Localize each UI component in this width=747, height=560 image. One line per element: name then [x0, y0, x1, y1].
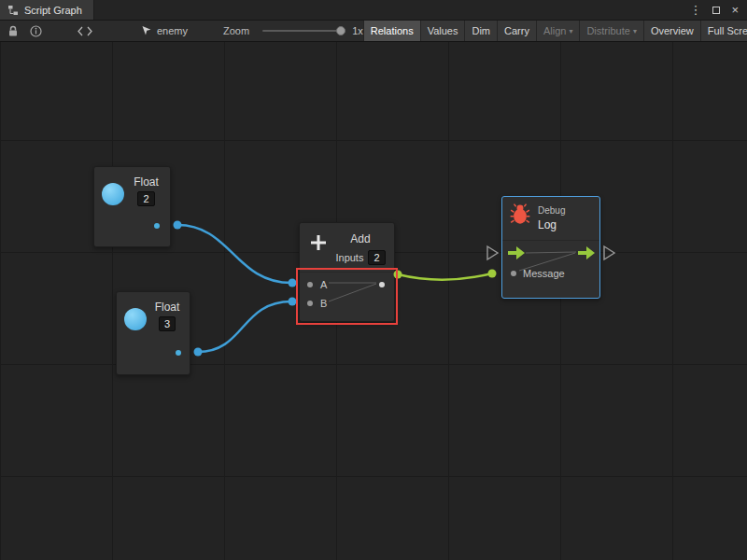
- maximize-icon[interactable]: [712, 7, 720, 14]
- node-title: Float: [155, 301, 180, 314]
- port-label: Message: [523, 268, 565, 279]
- result-output-port[interactable]: [379, 282, 385, 287]
- output-port[interactable]: [154, 223, 160, 229]
- divider: [502, 240, 599, 241]
- chevron-down-icon: ▾: [633, 27, 637, 35]
- window-controls: ⋮ ×: [689, 0, 747, 20]
- node-title: Float: [134, 175, 159, 189]
- close-icon[interactable]: ×: [731, 3, 739, 17]
- float-icon: [102, 183, 124, 205]
- toolbar-buttons: Relations Values Dim Carry Align ▾ Distr…: [363, 21, 747, 41]
- zoom-control: Zoom 1x: [223, 25, 363, 36]
- code-view-icon[interactable]: [72, 21, 98, 41]
- menu-icon[interactable]: ⋮: [689, 3, 701, 17]
- float-value-field[interactable]: 2: [137, 191, 154, 206]
- lock-icon[interactable]: [2, 21, 24, 41]
- input-port-b[interactable]: [307, 301, 313, 306]
- add-node[interactable]: Add Inputs 2 A B: [299, 222, 395, 322]
- bug-icon: [510, 203, 530, 229]
- graph-canvas[interactable]: Float 2 Float 3 Add Inputs 2: [0, 42, 747, 560]
- zoom-slider[interactable]: [262, 30, 345, 32]
- port-row-a: A: [300, 275, 394, 294]
- wire-endpoint: [488, 270, 497, 278]
- wire-endpoint: [289, 298, 297, 306]
- port-label: B: [320, 298, 327, 309]
- zoom-slider-knob[interactable]: [336, 26, 345, 35]
- wire-endpoint: [289, 279, 297, 287]
- carry-button[interactable]: Carry: [497, 21, 536, 41]
- control-input-port-triangle[interactable]: [487, 246, 498, 259]
- wire-add-to-debug-message[interactable]: [398, 273, 492, 280]
- float-node-1[interactable]: Float 2: [93, 166, 171, 247]
- graph-object-name: enemy: [157, 25, 188, 36]
- graph-icon: [7, 5, 19, 16]
- tab-title: Script Graph: [24, 5, 82, 16]
- node-title: Add: [350, 232, 370, 245]
- fullscreen-button[interactable]: Full Screen: [700, 21, 747, 41]
- dim-button[interactable]: Dim: [464, 21, 497, 41]
- port-row-b: B: [300, 294, 394, 313]
- overview-button[interactable]: Overview: [643, 21, 700, 41]
- distribute-dropdown[interactable]: Distribute ▾: [579, 21, 642, 41]
- relations-button[interactable]: Relations: [363, 21, 420, 41]
- input-port-a[interactable]: [307, 282, 313, 287]
- port-row-message: Message: [511, 268, 565, 279]
- float-node-2[interactable]: Float 3: [116, 291, 190, 375]
- graph-object-selector[interactable]: enemy: [141, 25, 188, 36]
- debug-log-node[interactable]: Debug Log Message: [501, 196, 600, 299]
- align-dropdown[interactable]: Align ▾: [536, 21, 579, 41]
- inputs-count-field[interactable]: 2: [368, 250, 385, 265]
- wire-float2-to-add-b[interactable]: [198, 301, 291, 352]
- node-category: Debug: [538, 205, 565, 216]
- output-port[interactable]: [176, 350, 181, 356]
- float-icon: [124, 308, 147, 330]
- port-label: A: [320, 279, 327, 290]
- message-input-port[interactable]: [511, 271, 516, 276]
- add-ports-section: A B: [300, 272, 394, 313]
- wire-endpoint: [194, 348, 203, 357]
- values-button[interactable]: Values: [420, 21, 465, 41]
- zoom-value: 1x: [352, 25, 363, 36]
- plus-icon: [308, 232, 329, 257]
- window-tab-bar: Script Graph ⋮ ×: [0, 0, 747, 21]
- float-value-field[interactable]: 3: [159, 316, 176, 331]
- info-icon[interactable]: [24, 21, 48, 41]
- control-output-port-triangle[interactable]: [604, 246, 614, 259]
- tab-script-graph[interactable]: Script Graph: [0, 0, 94, 20]
- zoom-label: Zoom: [223, 25, 249, 36]
- wire-float1-to-add-a[interactable]: [177, 225, 291, 283]
- pointer-icon: [141, 25, 152, 36]
- inputs-label: Inputs: [335, 252, 363, 263]
- node-title: Log: [538, 218, 565, 231]
- graph-toolbar: enemy Zoom 1x Relations Values Dim Carry…: [0, 21, 747, 42]
- chevron-down-icon: ▾: [569, 27, 572, 35]
- wire-endpoint: [174, 221, 182, 230]
